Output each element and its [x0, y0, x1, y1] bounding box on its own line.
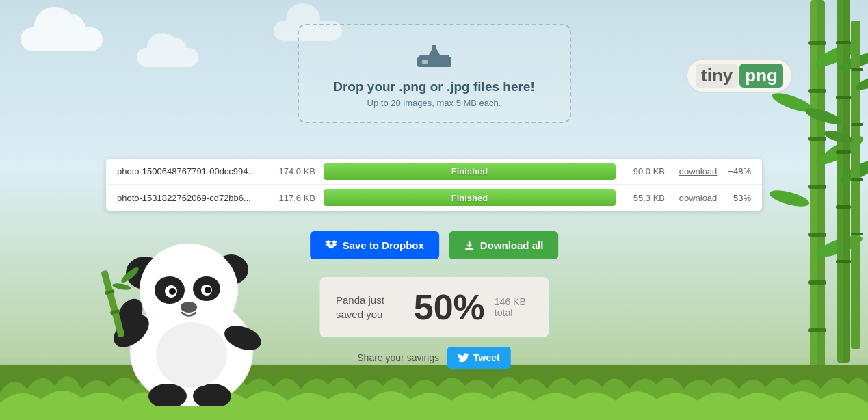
- savings-box: Panda just saved you 50% 146 KB total: [319, 277, 549, 337]
- svg-point-53: [181, 302, 197, 313]
- svg-rect-6: [808, 233, 826, 237]
- svg-point-13: [814, 231, 865, 261]
- dropzone-subtitle: Up to 20 images, max 5 MB each.: [313, 98, 556, 108]
- share-area: Share your savings Tweet: [357, 347, 510, 369]
- svg-rect-41: [465, 248, 473, 250]
- file-new-size-2: 55.3 KB: [624, 193, 665, 203]
- svg-rect-20: [836, 260, 851, 263]
- progress-label-2: Finished: [451, 193, 488, 203]
- download-link-1[interactable]: download: [676, 166, 720, 176]
- dropzone[interactable]: Drop your .png or .jpg files here! Up to…: [298, 24, 571, 123]
- svg-rect-28: [851, 233, 863, 235]
- progress-bar-2: Finished: [324, 189, 616, 206]
- tweet-button-label: Tweet: [473, 352, 500, 363]
- progress-label-1: Finished: [451, 166, 488, 176]
- svg-rect-5: [808, 185, 826, 189]
- dropzone-title: Drop your .png or .jpg files here!: [313, 79, 556, 94]
- download-link-2[interactable]: download: [676, 193, 720, 203]
- svg-point-12: [768, 187, 811, 210]
- upload-icon: [313, 42, 556, 73]
- share-label: Share your savings: [357, 352, 439, 363]
- svg-point-59: [156, 322, 227, 388]
- logo-png: png: [739, 64, 783, 88]
- file-orig-size-1: 174.0 KB: [267, 166, 315, 176]
- svg-rect-35: [422, 60, 428, 64]
- table-row: photo-1500648767791-00dcc994... 174.0 KB…: [106, 159, 762, 185]
- svg-point-52: [205, 287, 211, 293]
- svg-rect-7: [808, 280, 826, 285]
- twitter-icon: [458, 353, 469, 363]
- savings-percent: 50%: [414, 289, 485, 325]
- panda-mascot: [96, 201, 287, 393]
- dropbox-icon: [325, 240, 337, 251]
- download-all-button-label: Download all: [480, 239, 544, 251]
- savings-pct-2: −53%: [720, 193, 751, 203]
- svg-rect-34: [432, 45, 436, 56]
- action-area: Save to Dropbox Download all: [310, 231, 559, 259]
- logo-tiny: tiny: [696, 64, 738, 88]
- svg-rect-27: [851, 178, 863, 181]
- savings-panda-text: Panda just saved you: [336, 293, 407, 321]
- svg-point-23: [838, 155, 868, 187]
- logo: tiny png: [686, 58, 793, 93]
- file-name-1: photo-1500648767791-00dcc994...: [117, 166, 267, 176]
- svg-rect-19: [836, 205, 851, 209]
- tweet-button[interactable]: Tweet: [447, 347, 511, 369]
- savings-pct-1: −48%: [720, 166, 751, 176]
- file-new-size-1: 90.0 KB: [624, 166, 665, 176]
- svg-rect-60: [101, 270, 125, 337]
- svg-point-50: [169, 288, 176, 295]
- svg-rect-8: [808, 328, 826, 332]
- save-to-dropbox-button[interactable]: Save to Dropbox: [310, 231, 439, 259]
- svg-point-64: [112, 283, 132, 291]
- dropbox-button-label: Save to Dropbox: [343, 239, 424, 251]
- svg-rect-18: [836, 150, 851, 154]
- progress-bar-1: Finished: [324, 163, 616, 180]
- savings-total: 146 KB total: [495, 296, 532, 318]
- download-all-button[interactable]: Download all: [449, 231, 559, 259]
- download-icon: [464, 240, 475, 251]
